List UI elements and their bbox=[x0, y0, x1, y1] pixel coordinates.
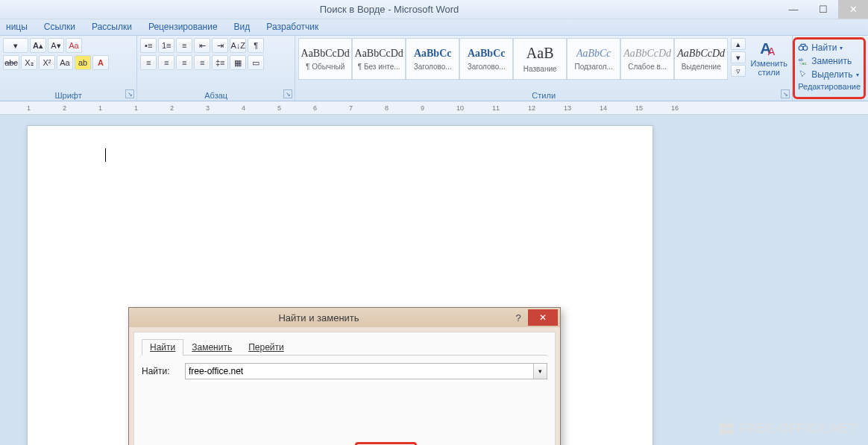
group-styles: AaBbCcDd¶ Обычный AaBbCcDd¶ Без инте... … bbox=[295, 36, 793, 101]
numbering-button[interactable]: 1≡ bbox=[158, 38, 174, 53]
replace-icon: abac bbox=[798, 56, 808, 66]
svg-point-3 bbox=[803, 46, 808, 51]
find-input[interactable] bbox=[185, 363, 547, 379]
window-controls: — ☐ ✕ bbox=[779, 0, 868, 19]
change-styles-button[interactable]: AA Изменить стили bbox=[749, 38, 789, 77]
tab-view[interactable]: Вид bbox=[233, 20, 252, 35]
find-replace-dialog: Найти и заменить ? ✕ Найти Заменить Пере… bbox=[128, 307, 561, 445]
group-paragraph-label: Абзац bbox=[140, 90, 292, 100]
find-row: Найти: ▾ bbox=[142, 363, 547, 379]
ribbon-tabstrip: ницы Ссылки Рассылки Рецензирование Вид … bbox=[0, 19, 868, 36]
change-styles-icon: AA bbox=[758, 38, 779, 59]
style-nospacing[interactable]: AaBbCcDd¶ Без инте... bbox=[352, 38, 406, 80]
align-center-button[interactable]: ≡ bbox=[158, 55, 174, 70]
minimize-button[interactable]: — bbox=[779, 0, 808, 19]
window-title: Поиск в Ворде - Microsoft Word bbox=[0, 4, 779, 15]
clear-format-button[interactable]: Aa bbox=[66, 38, 82, 53]
style-normal[interactable]: AaBbCcDd¶ Обычный bbox=[298, 38, 352, 80]
style-title[interactable]: AaBНазвание bbox=[513, 38, 567, 80]
find-in-highlight: Найти в▾ bbox=[355, 442, 417, 445]
dialog-body: Найти Заменить Перейти Найти: ▾ Больше >… bbox=[133, 332, 556, 445]
svg-rect-8 bbox=[720, 429, 726, 435]
styles-dialog-launcher[interactable]: ↘ bbox=[781, 89, 790, 98]
svg-text:A: A bbox=[768, 45, 776, 57]
font-color-button[interactable]: A bbox=[92, 55, 109, 70]
borders-button[interactable]: ▭ bbox=[248, 55, 264, 70]
style-emphasis[interactable]: AaBbCcDdВыделение bbox=[674, 38, 728, 80]
group-styles-label: Стили bbox=[298, 90, 789, 100]
window-titlebar: Поиск в Ворде - Microsoft Word — ☐ ✕ bbox=[0, 0, 868, 19]
dialog-close-button[interactable]: ✕ bbox=[528, 309, 558, 326]
find-label: Найти: bbox=[142, 366, 179, 376]
close-button[interactable]: ✕ bbox=[838, 0, 868, 19]
svg-rect-9 bbox=[727, 429, 733, 435]
superscript-button[interactable]: X² bbox=[39, 55, 55, 70]
binoculars-icon bbox=[798, 42, 808, 53]
align-right-button[interactable]: ≡ bbox=[176, 55, 192, 70]
strike-button[interactable]: abc bbox=[3, 55, 19, 70]
dialog-help-button[interactable]: ? bbox=[509, 312, 528, 324]
multilevel-button[interactable]: ≡ bbox=[176, 38, 192, 53]
grow-font-button[interactable]: A▴ bbox=[30, 38, 46, 53]
tab-review[interactable]: Рецензирование bbox=[147, 20, 219, 35]
tab-pages[interactable]: ницы bbox=[4, 20, 29, 35]
group-font: ▾ A▴ A▾ Aa abc X₂ X² Aa ab A Шрифт ↘ bbox=[0, 36, 137, 101]
align-left-button[interactable]: ≡ bbox=[140, 55, 157, 70]
gallery-down-button[interactable]: ▾ bbox=[731, 51, 746, 63]
dialog-tab-find[interactable]: Найти bbox=[142, 339, 183, 356]
line-spacing-button[interactable]: ‡≡ bbox=[212, 55, 228, 70]
style-subtitle[interactable]: AaBbCcПодзагол... bbox=[567, 38, 620, 80]
styles-gallery[interactable]: AaBbCcDd¶ Обычный AaBbCcDd¶ Без инте... … bbox=[298, 38, 728, 80]
windows-icon bbox=[719, 421, 734, 436]
tab-developer[interactable]: Разработчик bbox=[265, 20, 320, 35]
shading-button[interactable]: ▦ bbox=[230, 55, 246, 70]
subscript-button[interactable]: X₂ bbox=[21, 55, 37, 70]
document-workspace: Найти и заменить ? ✕ Найти Заменить Пере… bbox=[0, 115, 868, 445]
dialog-titlebar[interactable]: Найти и заменить ? ✕ bbox=[129, 308, 560, 327]
text-cursor bbox=[105, 148, 106, 162]
dialog-button-row: Больше >> Выделение при чтении▾ Найти в▾… bbox=[142, 442, 547, 445]
group-font-label: Шрифт bbox=[3, 90, 133, 100]
horizontal-ruler[interactable]: 12112345678910111213141516 bbox=[0, 101, 868, 115]
font-dialog-launcher[interactable]: ↘ bbox=[125, 89, 134, 98]
change-case-button[interactable]: Aa bbox=[57, 55, 73, 70]
paragraph-dialog-launcher[interactable]: ↘ bbox=[283, 89, 292, 98]
svg-rect-6 bbox=[720, 423, 726, 429]
dialog-title: Найти и заменить bbox=[129, 312, 509, 324]
find-button[interactable]: Найти▾ bbox=[798, 41, 861, 54]
dialog-tab-replace[interactable]: Заменить bbox=[183, 339, 240, 356]
outdent-button[interactable]: ⇤ bbox=[194, 38, 210, 53]
indent-button[interactable]: ⇥ bbox=[212, 38, 228, 53]
maximize-button[interactable]: ☐ bbox=[808, 0, 838, 19]
gallery-more-button[interactable]: ▿ bbox=[731, 65, 746, 77]
font-size-combo[interactable]: ▾ bbox=[3, 38, 28, 53]
replace-button[interactable]: abac Заменить bbox=[798, 54, 861, 68]
tab-links[interactable]: Ссылки bbox=[43, 20, 77, 35]
tab-mailings[interactable]: Рассылки bbox=[90, 20, 133, 35]
svg-point-2 bbox=[799, 46, 803, 51]
find-history-dropdown[interactable]: ▾ bbox=[533, 364, 547, 379]
dialog-tabs: Найти Заменить Перейти bbox=[142, 338, 547, 356]
show-marks-button[interactable]: ¶ bbox=[248, 38, 264, 53]
dialog-tab-goto[interactable]: Перейти bbox=[240, 339, 292, 356]
group-editing-label: Редактирование bbox=[798, 81, 861, 91]
svg-rect-7 bbox=[727, 423, 733, 429]
sort-button[interactable]: A↓Z bbox=[230, 38, 246, 53]
shrink-font-button[interactable]: A▾ bbox=[48, 38, 64, 53]
ribbon: ▾ A▴ A▾ Aa abc X₂ X² Aa ab A Шрифт ↘ •≡ … bbox=[0, 36, 868, 101]
style-subtle[interactable]: AaBbCcDdСлабое в... bbox=[620, 38, 674, 80]
group-editing: Найти▾ abac Заменить Выделить▾ Редактиро… bbox=[793, 37, 866, 99]
highlight-button[interactable]: ab bbox=[75, 55, 91, 70]
gallery-up-button[interactable]: ▴ bbox=[731, 38, 746, 50]
svg-text:ac: ac bbox=[802, 61, 806, 66]
style-heading2[interactable]: AaBbCcЗаголово... bbox=[459, 38, 513, 80]
watermark: FREE-OFFICE.NET bbox=[719, 421, 858, 436]
bullets-button[interactable]: •≡ bbox=[140, 38, 157, 53]
group-paragraph: •≡ 1≡ ≡ ⇤ ⇥ A↓Z ¶ ≡ ≡ ≡ ≡ ‡≡ ▦ ▭ Абзац ↘ bbox=[137, 36, 295, 101]
select-button[interactable]: Выделить▾ bbox=[798, 68, 861, 81]
cursor-icon bbox=[798, 69, 808, 80]
justify-button[interactable]: ≡ bbox=[194, 55, 210, 70]
style-heading1[interactable]: AaBbCcЗаголово... bbox=[406, 38, 459, 80]
